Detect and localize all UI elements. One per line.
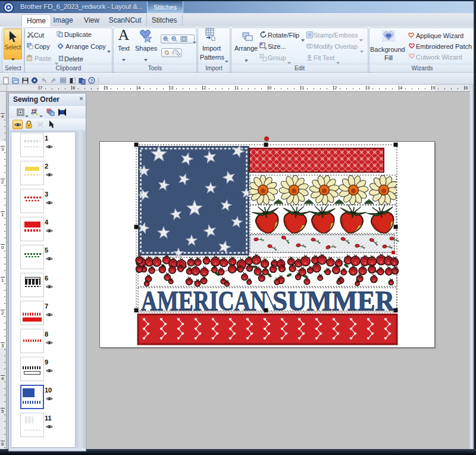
svg-text:SUMMER: SUMMER: [273, 286, 395, 316]
svg-text:AMERICAN: AMERICAN: [141, 286, 267, 316]
